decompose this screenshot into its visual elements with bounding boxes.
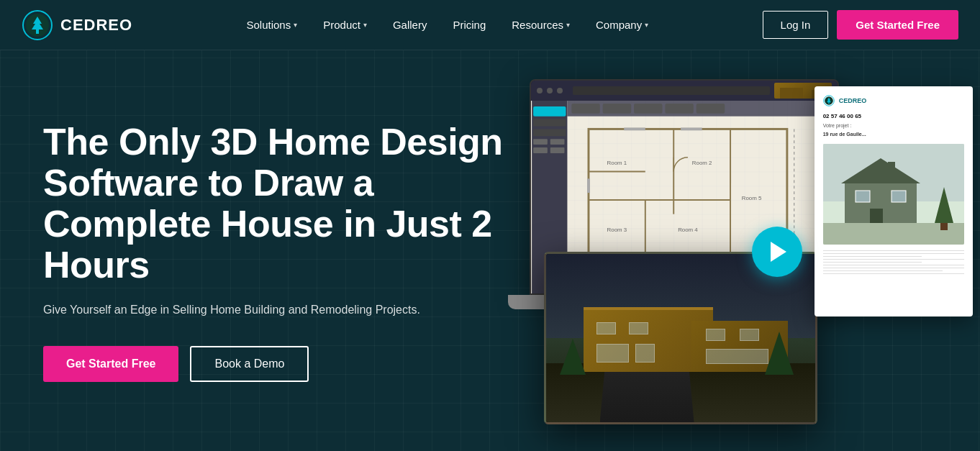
tree-left — [560, 339, 586, 375]
nav-link-company[interactable]: Company ▾ — [586, 13, 658, 37]
blueprint-card: CEDREO 02 57 46 00 65 Votre projet : 19 … — [815, 86, 973, 316]
blueprint-project-label: Votre projet : — [823, 122, 964, 129]
house-window — [706, 349, 769, 364]
nav-item-gallery[interactable]: Gallery — [383, 13, 437, 37]
toolbar-dot — [537, 88, 543, 94]
svg-rect-15 — [634, 104, 662, 114]
blueprint-line — [823, 265, 964, 265]
svg-rect-14 — [603, 104, 631, 114]
svg-rect-27 — [587, 178, 590, 193]
svg-rect-26 — [681, 127, 702, 130]
house-window — [706, 329, 725, 342]
nav-item-pricing[interactable]: Pricing — [443, 13, 496, 37]
nav-link-gallery[interactable]: Gallery — [383, 13, 437, 37]
blueprint-line — [823, 273, 964, 274]
render-card — [544, 252, 817, 424]
blueprint-line — [823, 259, 964, 260]
svg-text:Room 3: Room 3 — [607, 227, 627, 233]
svg-rect-16 — [665, 104, 693, 114]
blueprint-content: 02 57 46 00 65 Votre projet : 19 rue de … — [823, 112, 964, 138]
house-scene — [546, 254, 815, 422]
svg-text:Room 5: Room 5 — [742, 195, 762, 201]
house-building — [573, 279, 788, 372]
nav-actions: Log In Get Started Free — [763, 10, 958, 40]
hero-visuals: Room 1 Room 2 Room 3 Room 4 Room 5 — [508, 79, 973, 424]
chevron-down-icon: ▾ — [566, 21, 570, 29]
tree-right — [765, 332, 794, 375]
logo-icon — [22, 9, 53, 41]
laptop-toolbar — [531, 81, 838, 101]
blueprint-line-short — [823, 262, 922, 263]
hero-buttons: Get Started Free Book a Demo — [43, 346, 508, 382]
house-window — [629, 322, 648, 334]
blueprint-house-image — [823, 144, 964, 245]
nav-link-solutions[interactable]: Solutions ▾ — [236, 13, 307, 37]
navbar: CEDREO Solutions ▾ Product ▾ Gallery Pri… — [0, 0, 980, 50]
svg-text:Room 2: Room 2 — [692, 160, 712, 166]
toolbar-dot — [547, 88, 553, 94]
svg-rect-9 — [550, 139, 565, 145]
nav-link-resources[interactable]: Resources ▾ — [502, 13, 580, 37]
cedreo-small-logo — [823, 95, 835, 106]
svg-rect-25 — [624, 127, 645, 130]
nav-link-pricing[interactable]: Pricing — [443, 13, 496, 37]
blueprint-line — [823, 270, 943, 271]
nav-item-solutions[interactable]: Solutions ▾ — [236, 13, 307, 37]
hero-cta-primary-button[interactable]: Get Started Free — [43, 346, 178, 382]
chevron-down-icon: ▾ — [363, 21, 367, 29]
hero-content: The Only 3D Home Design Software to Draw… — [43, 122, 508, 383]
hero-subtitle: Give Yourself an Edge in Selling Home Bu… — [43, 301, 508, 319]
svg-text:Room 1: Room 1 — [607, 160, 627, 166]
blueprint-house-svg — [823, 144, 964, 245]
svg-rect-11 — [550, 147, 565, 153]
svg-rect-8 — [533, 139, 548, 145]
nav-item-company[interactable]: Company ▾ — [586, 13, 658, 37]
house-window — [596, 344, 629, 363]
svg-rect-17 — [697, 104, 725, 114]
toolbar-bar — [573, 86, 770, 95]
play-icon — [771, 242, 786, 262]
svg-text:Room 4: Room 4 — [678, 227, 698, 233]
nav-item-resources[interactable]: Resources ▾ — [502, 13, 580, 37]
chevron-down-icon: ▾ — [645, 21, 648, 29]
hero-title: The Only 3D Home Design Software to Draw… — [43, 122, 508, 286]
svg-rect-42 — [856, 191, 870, 202]
blueprint-line — [823, 253, 964, 254]
svg-rect-13 — [571, 104, 599, 114]
blueprint-line-short — [823, 256, 922, 257]
blueprint-logo-text: CEDREO — [839, 97, 867, 104]
hero-cta-secondary-button[interactable]: Book a Demo — [190, 346, 309, 382]
svg-rect-7 — [533, 129, 566, 136]
blueprint-lines — [823, 250, 964, 274]
play-button[interactable] — [752, 227, 802, 277]
house-window — [740, 329, 759, 342]
nav-cta-button[interactable]: Get Started Free — [837, 10, 958, 40]
blueprint-phone: 02 57 46 00 65 — [823, 112, 964, 120]
svg-rect-10 — [533, 147, 548, 153]
chevron-down-icon: ▾ — [294, 21, 297, 29]
toolbar-dot — [557, 88, 563, 94]
house-window — [596, 322, 616, 334]
nav-link-product[interactable]: Product ▾ — [313, 13, 377, 37]
svg-rect-43 — [891, 191, 906, 202]
blueprint-line — [823, 250, 964, 251]
nav-links: Solutions ▾ Product ▾ Gallery Pricing Re… — [236, 13, 658, 37]
blueprint-card-header: CEDREO — [823, 95, 964, 106]
logo-link[interactable]: CEDREO — [22, 9, 132, 41]
hero-section: The Only 3D Home Design Software to Draw… — [0, 50, 980, 451]
svg-rect-5 — [533, 106, 566, 117]
nav-item-product[interactable]: Product ▾ — [313, 13, 377, 37]
svg-rect-47 — [888, 162, 895, 176]
logo-text: CEDREO — [60, 16, 132, 35]
svg-rect-46 — [940, 223, 948, 230]
login-button[interactable]: Log In — [763, 11, 829, 39]
blueprint-line — [823, 268, 964, 268]
svg-rect-44 — [870, 209, 883, 223]
blueprint-project-name: 19 rue de Gaulle... — [823, 131, 964, 138]
house-window — [635, 344, 655, 363]
svg-rect-6 — [533, 119, 566, 127]
